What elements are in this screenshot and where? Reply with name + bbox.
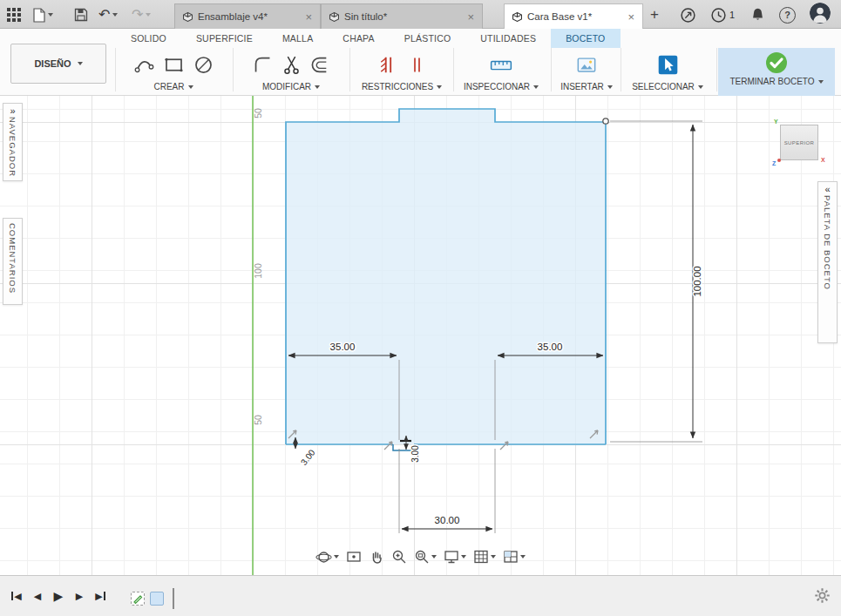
- tab-malla[interactable]: MALLA: [268, 29, 328, 48]
- fillet-tool-button[interactable]: [252, 54, 274, 76]
- tab-chapa[interactable]: CHAPA: [328, 29, 389, 48]
- chevron-down-icon: [533, 85, 539, 89]
- sketch-point[interactable]: [603, 118, 608, 124]
- restricciones-dropdown[interactable]: RESTRICCIONES: [354, 82, 450, 91]
- rectangle-icon: [163, 54, 185, 76]
- undo-button[interactable]: ↶: [98, 5, 118, 24]
- image-icon: [575, 54, 598, 76]
- finish-sketch-button[interactable]: TERMINAR BOCETO: [718, 48, 835, 96]
- workspace-selector[interactable]: DISEÑO: [10, 44, 106, 84]
- close-icon[interactable]: ×: [622, 10, 634, 24]
- finish-sketch-dropdown[interactable]: TERMINAR BOCETO: [718, 77, 835, 86]
- dim-width-left[interactable]: 35.00: [330, 342, 356, 352]
- grid-menu-icon: [7, 8, 21, 22]
- view-cube-face[interactable]: SUPERIOR: [780, 125, 818, 160]
- save-button[interactable]: [74, 5, 88, 24]
- play-button[interactable]: ▶: [51, 588, 66, 604]
- document-cube-icon: [183, 12, 193, 22]
- select-tool-button[interactable]: [657, 54, 679, 76]
- panel-comentarios[interactable]: COMENTARIOS: [3, 218, 23, 305]
- orbit-button[interactable]: [315, 549, 339, 565]
- measure-tool-button[interactable]: [489, 54, 513, 76]
- modificar-dropdown[interactable]: MODIFICAR: [237, 82, 345, 91]
- dim-width-right[interactable]: 35.00: [538, 342, 563, 352]
- display-settings-button[interactable]: [444, 549, 466, 565]
- workspace-label: DISEÑO: [34, 58, 71, 69]
- panel-comentarios-label: COMENTARIOS: [8, 223, 17, 294]
- panel-navegador[interactable]: » NAVEGADOR: [3, 103, 23, 181]
- toolbar-separator: [115, 48, 116, 91]
- doc-tab-ensamblaje[interactable]: Ensamblaje v4* ×: [174, 3, 321, 29]
- tab-plastico[interactable]: PLÁSTICO: [390, 29, 466, 48]
- notifications-button[interactable]: [750, 5, 765, 24]
- toolbar-separator: [551, 48, 552, 91]
- trim-tool-button[interactable]: [281, 54, 302, 76]
- magnifier-plus-icon: [391, 549, 407, 565]
- timeline-sketch-feature[interactable]: [131, 592, 145, 606]
- insertar-dropdown[interactable]: INSERTAR: [554, 82, 619, 91]
- doc-tab-cara-base[interactable]: Cara Base v1* ×: [504, 3, 643, 29]
- grid-icon: [473, 549, 489, 565]
- dim-thickness-a[interactable]: 3.00: [299, 447, 317, 466]
- crear-dropdown[interactable]: CREAR: [120, 82, 227, 91]
- account-avatar[interactable]: [810, 3, 831, 23]
- redo-button[interactable]: ↷: [132, 5, 151, 24]
- tab-boceto[interactable]: BOCETO: [551, 29, 620, 48]
- zoom-button[interactable]: [391, 549, 407, 565]
- job-status-button[interactable]: 1: [710, 5, 735, 24]
- help-button[interactable]: ?: [779, 5, 796, 24]
- file-menu-button[interactable]: [33, 5, 53, 24]
- parallel-constraint-button[interactable]: [407, 54, 426, 76]
- sketch-profile-region[interactable]: [286, 109, 606, 444]
- fix-constraint-button[interactable]: [378, 54, 399, 76]
- go-to-end-button[interactable]: ▶: [92, 588, 108, 604]
- line-tool-button[interactable]: [133, 54, 155, 76]
- dim-thickness-b[interactable]: 3.00: [410, 445, 420, 463]
- offset-tool-button[interactable]: [309, 54, 331, 76]
- tab-solido[interactable]: SOLIDO: [116, 29, 181, 48]
- inspeccionar-label: INSPECCIONAR: [464, 82, 530, 91]
- grid-label: 100: [253, 263, 263, 279]
- panel-paleta-boceto[interactable]: « PALETA DE BOCETO: [817, 181, 838, 343]
- group-crear: CREAR: [120, 48, 227, 95]
- navigation-bar: [315, 545, 526, 568]
- view-cube[interactable]: SUPERIOR Y X Z: [774, 120, 826, 173]
- grid-settings-button[interactable]: [473, 549, 496, 565]
- go-to-start-button[interactable]: ◀: [9, 588, 24, 604]
- doc-tab-sin-titulo[interactable]: Sin título* ×: [321, 3, 483, 29]
- pan-button[interactable]: [369, 549, 384, 565]
- sketch-pencil-icon: [132, 592, 144, 605]
- circle-tool-button[interactable]: [193, 54, 214, 76]
- toolbar-separator: [349, 48, 350, 91]
- toolbar-separator: [621, 48, 621, 91]
- timeline-settings-button[interactable]: [814, 587, 831, 604]
- timeline-marker[interactable]: [173, 588, 174, 609]
- tab-superficie[interactable]: SUPERFICIE: [181, 29, 268, 48]
- dim-height[interactable]: 100.00: [692, 266, 702, 296]
- display-icon: [444, 549, 459, 565]
- file-icon: [33, 8, 45, 23]
- sketch-canvas[interactable]: 50 100 50 35.00 35.00 100.00 30.00 3.00 …: [0, 96, 841, 575]
- viewports-button[interactable]: [503, 549, 526, 565]
- dim-width-bottom[interactable]: 30.00: [435, 515, 460, 525]
- close-icon[interactable]: ×: [462, 10, 474, 24]
- step-back-button[interactable]: ◀: [30, 588, 45, 604]
- avatar: [810, 3, 831, 24]
- check-circle-icon: [764, 51, 789, 75]
- rectangle-tool-button[interactable]: [163, 54, 185, 76]
- step-forward-button[interactable]: ▶: [71, 588, 87, 604]
- gear-icon: [814, 587, 831, 604]
- zoom-window-button[interactable]: [414, 549, 437, 565]
- extensions-button[interactable]: [680, 5, 696, 24]
- close-icon[interactable]: ×: [300, 10, 312, 24]
- insert-image-button[interactable]: [575, 54, 598, 76]
- inspeccionar-dropdown[interactable]: INSPECCIONAR: [457, 82, 546, 91]
- timeline-feature[interactable]: [150, 592, 164, 606]
- look-at-button[interactable]: [346, 549, 362, 565]
- app-grid-menu-icon[interactable]: [7, 5, 21, 24]
- orbit-icon: [315, 549, 332, 565]
- new-tab-button[interactable]: +: [650, 5, 659, 24]
- view-cube-face-label: SUPERIOR: [784, 140, 815, 146]
- seleccionar-dropdown[interactable]: SELECCIONAR: [622, 82, 713, 91]
- tab-utilidades[interactable]: UTILIDADES: [465, 29, 551, 48]
